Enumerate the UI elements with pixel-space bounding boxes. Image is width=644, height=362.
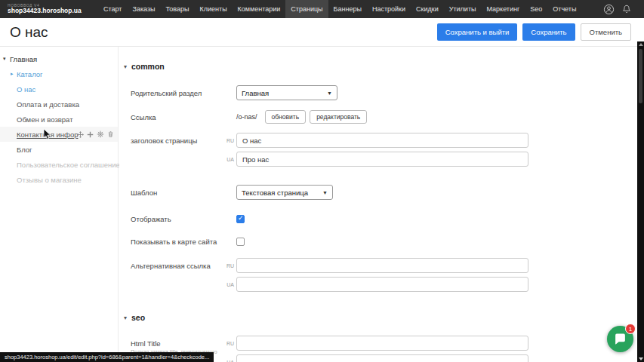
- nav-item-start[interactable]: Старт: [98, 0, 127, 18]
- topbar-icons: [603, 4, 632, 15]
- html-title-label: Html Title: [131, 339, 225, 348]
- logo-domain: shop34423.horoshop.ua: [8, 8, 92, 14]
- notifications-bell-icon[interactable]: [621, 4, 632, 14]
- parent-section-label: Родительский раздел: [131, 89, 236, 97]
- nav-item-skidki[interactable]: Скидки: [411, 0, 444, 18]
- logo[interactable]: НОВОВВОД V4 shop34423.horoshop.ua: [8, 4, 92, 15]
- display-checkbox[interactable]: [236, 215, 245, 223]
- alt-link-ru-input[interactable]: [236, 258, 528, 273]
- save-exit-button[interactable]: Сохранить и выйти: [437, 23, 518, 41]
- sidebar-item-oplata-dostavka[interactable]: Оплата и доставка: [0, 97, 118, 112]
- gear-icon[interactable]: [97, 130, 104, 138]
- lang-ru-label: RU: [225, 341, 234, 346]
- page-header: О нас Сохранить и выйти Сохранить Отмени…: [0, 18, 637, 47]
- scrollbar-thumb[interactable]: [639, 49, 642, 103]
- nav-item-marketing[interactable]: Маркетинг: [481, 0, 525, 18]
- link-path: /o-nas/: [236, 113, 257, 121]
- template-row: Шаблон Текстовая страница ▼: [131, 185, 637, 200]
- collapse-icon: ▾: [124, 314, 127, 321]
- header-actions: Сохранить и выйти Сохранить Отменить: [437, 23, 631, 41]
- add-icon[interactable]: [87, 131, 94, 138]
- sidebar-item-obmen-vozvrat[interactable]: Обмен и возврат: [0, 112, 118, 127]
- alt-link-label: Альтернативная ссылка: [131, 258, 225, 270]
- alt-link-row: Альтернативная ссылка RU UA: [131, 258, 637, 296]
- trash-icon[interactable]: [107, 130, 114, 138]
- parent-section-row: Родительский раздел Главная ▼: [131, 85, 637, 100]
- sitemap-checkbox[interactable]: [236, 238, 245, 246]
- lang-ua-label: UA: [225, 360, 234, 362]
- section-common[interactable]: ▾ common: [124, 62, 637, 71]
- chevron-down-icon: ▼: [322, 90, 332, 96]
- html-title-ru-input[interactable]: [236, 336, 528, 351]
- tree-item-tools: [77, 127, 114, 142]
- display-label: Отображать: [131, 215, 236, 223]
- pages-tree-sidebar: ▾ Главная ▸ Каталог О нас Оплата и доста…: [0, 47, 119, 362]
- nav-item-stranitsy[interactable]: Страницы: [285, 0, 328, 18]
- nav-item-bannery[interactable]: Баннеры: [328, 0, 367, 18]
- move-icon[interactable]: [77, 131, 84, 138]
- nav-item-otchety[interactable]: Отчеты: [547, 0, 581, 18]
- sitemap-label: Показывать в карте сайта: [131, 238, 236, 246]
- cancel-button[interactable]: Отменить: [581, 23, 631, 41]
- chat-badge: 1: [625, 324, 636, 334]
- page-title-label: заголовок страницы: [131, 133, 225, 145]
- lang-ru-label: RU: [225, 263, 234, 268]
- chevron-down-icon: ▾: [3, 56, 6, 62]
- lang-ua-label: UA: [225, 157, 234, 162]
- page-edit-form: ▾ common Родительский раздел Главная ▼ С…: [119, 47, 637, 362]
- scroll-down-icon[interactable]: [639, 357, 643, 360]
- sitemap-row: Показывать в карте сайта: [131, 238, 637, 246]
- nav-item-nastroiki[interactable]: Настройки: [367, 0, 411, 18]
- refresh-link-button[interactable]: обновить: [265, 110, 307, 124]
- template-label: Шаблон: [131, 189, 236, 197]
- sidebar-item-blog[interactable]: Блог: [0, 142, 118, 157]
- parent-section-select[interactable]: Главная ▼: [236, 85, 337, 100]
- page-title: О нас: [10, 24, 48, 41]
- nav-item-kommentarii[interactable]: Комментарии: [233, 0, 286, 18]
- sidebar-item-otzyvy[interactable]: Отзывы о магазине: [0, 172, 118, 187]
- scroll-up-icon[interactable]: [639, 43, 643, 46]
- account-icon[interactable]: [603, 4, 615, 15]
- page-title-row: заголовок страницы RU UA: [131, 133, 637, 170]
- screen: НОВОВВОД V4 shop34423.horoshop.ua Старт …: [0, 0, 644, 362]
- display-row: Отображать: [131, 215, 637, 223]
- chat-launcher[interactable]: 1: [607, 326, 633, 352]
- link-row: Ссылка /o-nas/ обновить редактировать: [131, 110, 637, 124]
- alt-link-ua-input[interactable]: [236, 277, 528, 292]
- top-nav: Старт Заказы Товары Клиенты Комментарии …: [98, 0, 581, 18]
- topbar: НОВОВВОД V4 shop34423.horoshop.ua Старт …: [0, 0, 644, 18]
- status-url: shop34423.horoshop.ua/edit/edit.php?id=6…: [0, 352, 214, 362]
- template-select[interactable]: Текстовая страница ▼: [236, 185, 333, 200]
- html-title-ua-input[interactable]: [236, 354, 528, 362]
- chevron-right-icon: ▸: [11, 71, 14, 77]
- link-label: Ссылка: [131, 113, 236, 121]
- scrollbar[interactable]: [637, 41, 644, 362]
- sidebar-item-katalog[interactable]: ▸ Каталог: [0, 66, 118, 81]
- lang-ua-label: UA: [225, 282, 234, 287]
- collapse-icon: ▾: [124, 63, 127, 70]
- nav-item-seo[interactable]: Seo: [525, 0, 547, 18]
- edit-link-button[interactable]: редактировать: [310, 110, 367, 124]
- page-title-ua-input[interactable]: [236, 152, 528, 167]
- nav-item-klienty[interactable]: Клиенты: [195, 0, 233, 18]
- chevron-down-icon: ▼: [318, 190, 328, 195]
- section-seo[interactable]: ▾ seo: [124, 313, 637, 322]
- sidebar-item-glavnaya[interactable]: ▾ Главная: [0, 51, 118, 66]
- page-title-ru-input[interactable]: [236, 133, 528, 148]
- sidebar-item-o-nas[interactable]: О нас: [0, 81, 118, 97]
- lang-ru-label: RU: [225, 138, 234, 143]
- sidebar-item-polzovatelskoe[interactable]: Пользовательское соглашение: [0, 157, 118, 172]
- chat-bubble-icon: [614, 333, 627, 345]
- sidebar-item-kontaktnaya-info[interactable]: Контактная инфор: [0, 127, 118, 142]
- nav-item-tovary[interactable]: Товары: [161, 0, 195, 18]
- nav-item-zakazy[interactable]: Заказы: [127, 0, 160, 18]
- save-button[interactable]: Сохранить: [522, 23, 575, 41]
- nav-item-utility[interactable]: Утилиты: [444, 0, 482, 18]
